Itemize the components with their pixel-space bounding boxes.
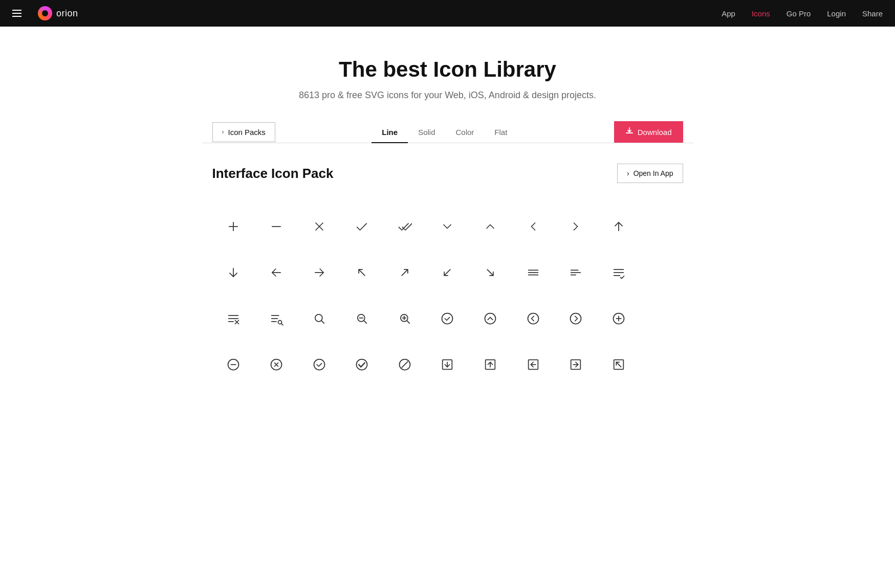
list-item[interactable] [383,250,426,296]
list-item[interactable] [340,296,383,342]
list-item[interactable] [555,203,598,250]
download-button[interactable]: Download [614,121,683,143]
list-item[interactable] [469,203,512,250]
list-item[interactable] [298,203,341,250]
list-item[interactable] [512,203,555,250]
nav-link-gopro[interactable]: Go Pro [787,9,811,18]
search-minus-icon [355,311,369,326]
list-item[interactable] [555,342,598,388]
list-item[interactable] [340,250,383,296]
open-in-app-button[interactable]: › Open In App [617,164,683,183]
list-item[interactable] [597,296,640,342]
list-item[interactable] [555,250,598,296]
logo[interactable]: orion [38,6,78,20]
list-item[interactable] [255,250,298,296]
circle-x-icon [269,357,283,372]
icon-packs-button[interactable]: › Icon Packs [212,122,275,142]
list-item[interactable] [383,203,426,250]
icon-pack-section: Interface Icon Pack › Open In App [202,164,693,388]
list-item[interactable] [512,342,555,388]
list-item[interactable] [298,342,341,388]
tab-line[interactable]: Line [372,122,408,143]
list-item[interactable] [597,250,640,296]
list-item[interactable] [512,296,555,342]
chevron-right-icon: › [222,128,224,135]
nav-link-app[interactable]: App [722,9,735,18]
list-item[interactable] [212,342,255,388]
list-item[interactable] [469,342,512,388]
list-item[interactable] [383,342,426,388]
search-plus-icon [398,311,412,326]
circle-check2-icon [312,357,326,372]
tab-solid[interactable]: Solid [408,122,445,143]
chevron-up-icon [483,219,497,234]
list-item[interactable] [212,203,255,250]
nav-link-login[interactable]: Login [827,9,846,18]
chevron-left-icon [526,219,540,234]
circle-checkmark-bold-icon [355,357,369,372]
icon-packs-label: Icon Packs [228,128,266,137]
circle-right-icon [569,311,583,326]
download-label: Download [638,128,672,137]
hero-section: The best Icon Library 8613 pro & free SV… [0,27,895,121]
list-item[interactable] [340,203,383,250]
svg-point-43 [528,313,538,324]
list-item[interactable] [298,250,341,296]
list-item[interactable] [426,342,469,388]
circle-slash-icon [398,357,412,372]
nav-link-share[interactable]: Share [862,9,883,18]
list-item[interactable] [469,250,512,296]
svg-line-31 [281,324,283,325]
list-item[interactable] [426,250,469,296]
open-in-app-label: Open In App [634,169,673,177]
hero-subtitle: 8613 pro & free SVG icons for your Web, … [10,90,885,101]
svg-line-33 [321,321,324,323]
circle-check-icon [440,311,454,326]
circle-up-icon [483,311,497,326]
list-search-icon [269,311,283,326]
list-item[interactable] [512,250,555,296]
list-item[interactable] [597,342,640,388]
list-item[interactable] [426,203,469,250]
nav-link-icons[interactable]: Icons [752,9,770,18]
icon-pack-header: Interface Icon Pack › Open In App [212,164,683,183]
arrow-down-icon [226,265,241,280]
arrow-up-icon [612,219,626,234]
icon-pack-title: Interface Icon Pack [212,166,334,182]
svg-point-42 [485,313,496,324]
svg-point-44 [571,313,581,324]
check-icon [355,219,369,234]
svg-line-38 [407,321,409,323]
svg-line-9 [359,269,365,276]
chevron-down-icon [440,219,454,234]
circle-minus-icon [226,357,241,372]
svg-point-53 [314,359,324,370]
list-item[interactable] [555,296,598,342]
hamburger-menu[interactable] [12,10,21,17]
toolbar: › Icon Packs Line Solid Color Flat Downl… [202,121,693,143]
list-item[interactable] [212,250,255,296]
circle-left-icon [526,311,540,326]
svg-line-56 [402,361,408,368]
chevron-right-icon-3 [569,219,583,234]
list-item[interactable] [255,203,298,250]
arrow-top-right-icon [398,265,412,280]
list-item[interactable] [212,296,255,342]
arrow-top-left-icon [355,265,369,280]
tab-color[interactable]: Color [445,122,484,143]
menu-alt-icon [569,265,583,280]
list-item[interactable] [298,296,341,342]
list-item[interactable] [340,342,383,388]
square-arrow-down-icon [440,357,454,372]
svg-line-66 [616,362,621,367]
list-item[interactable] [255,342,298,388]
chevron-right-icon-2: › [627,169,629,177]
list-item[interactable] [469,296,512,342]
svg-line-11 [445,269,451,276]
list-item[interactable] [597,203,640,250]
list-item[interactable] [426,296,469,342]
list-x-icon [226,311,241,326]
list-item[interactable] [255,296,298,342]
list-item[interactable] [383,296,426,342]
tab-flat[interactable]: Flat [484,122,517,143]
